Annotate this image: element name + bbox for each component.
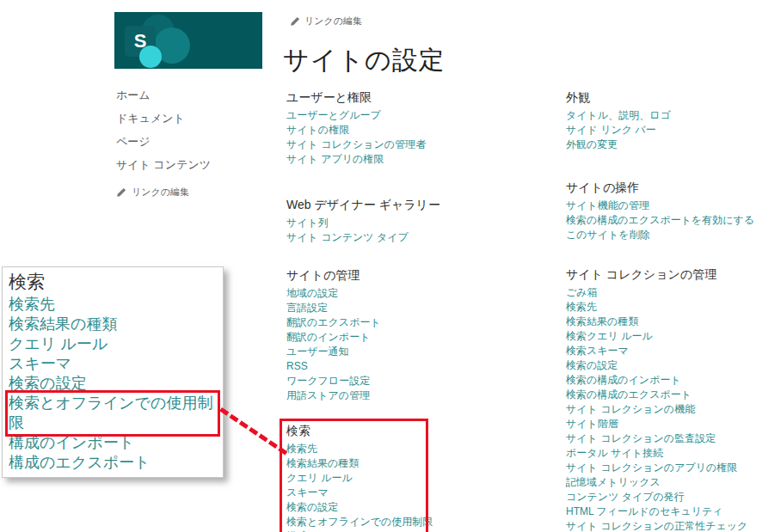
sidebar-item-home[interactable]: ホーム: [116, 89, 262, 101]
edit-links-label: リンクの編集: [304, 15, 362, 28]
settings-link[interactable]: HTML フィールドのセキュリティ: [566, 505, 723, 517]
settings-link[interactable]: 記憶域メトリックス: [566, 476, 661, 488]
callout-link: 検索とオフラインでの使用制限: [9, 394, 212, 431]
callout-link: 検索結果の種類: [9, 315, 117, 333]
section-site-actions: サイトの操作 サイト機能の管理検索の構成のエクスポートを有効にするこのサイトを削…: [566, 180, 762, 242]
callout-link: 検索の設定: [9, 375, 86, 392]
pencil-icon: [116, 187, 126, 198]
callout-link: 構成のインポート: [9, 434, 134, 451]
settings-link[interactable]: 検索結果の種類: [286, 457, 359, 469]
settings-link[interactable]: 用語ストアの管理: [286, 389, 370, 401]
section-link-list: 地域の設定言語設定翻訳のエクスポート翻訳のインポートユーザー通知RSSワークフロ…: [286, 285, 480, 402]
settings-link[interactable]: 検索先: [286, 443, 317, 455]
edit-links-button-top[interactable]: リンクの編集: [290, 15, 362, 28]
settings-link[interactable]: 検索クエリ ルール: [566, 330, 653, 342]
settings-link[interactable]: 検索の構成のエクスポート: [566, 388, 691, 401]
settings-link[interactable]: サイト コンテンツ タイプ: [286, 231, 409, 243]
settings-link[interactable]: ごみ箱: [566, 286, 598, 298]
settings-link[interactable]: サイト機能の管理: [566, 199, 649, 211]
settings-link[interactable]: 検索の設定: [286, 501, 338, 513]
section-title: サイトの操作: [566, 180, 762, 195]
sidebar-item-pages[interactable]: ページ: [116, 136, 262, 148]
settings-link[interactable]: サイト アプリの権限: [286, 153, 384, 165]
callout-title: 検索: [9, 272, 217, 292]
settings-link[interactable]: サイトの権限: [286, 124, 349, 136]
section-title: ユーザーと権限: [286, 89, 480, 105]
settings-link[interactable]: サイト コレクションの監査設定: [566, 432, 716, 444]
callout-link: 構成のエクスポート: [9, 454, 151, 471]
settings-link[interactable]: 外観の変更: [566, 138, 618, 150]
settings-column-left: ユーザーと権限 ユーザーとグループサイトの権限サイト コレクションの管理者サイト…: [286, 89, 480, 532]
settings-link[interactable]: タイトル、説明、ロゴ: [566, 109, 671, 121]
edit-links-button-sidebar[interactable]: リンクの編集: [116, 186, 262, 199]
section-title: 外観: [566, 89, 762, 105]
section-title: サイト コレクションの管理: [566, 266, 762, 282]
section-web-designer-gallery: Web デザイナー ギャラリー サイト列サイト コンテンツ タイプ: [286, 197, 480, 244]
settings-link[interactable]: 検索結果の種類: [566, 315, 638, 327]
section-link-list: サイト列サイト コンテンツ タイプ: [286, 215, 480, 244]
settings-link[interactable]: 検索の構成のエクスポートを有効にする: [566, 214, 754, 226]
settings-column-right: 外観 タイトル、説明、ロゴサイド リンク バー外観の変更 サイトの操作 サイト機…: [566, 89, 762, 532]
edit-links-label: リンクの編集: [132, 186, 189, 199]
settings-link[interactable]: 検索の設定: [566, 359, 618, 371]
callout-link: 検索先: [9, 296, 55, 313]
sidebar-item-documents[interactable]: ドキュメント: [116, 113, 262, 125]
section-title: 検索: [286, 423, 480, 438]
section-search: 検索 検索先検索結果の種類クエリ ルールスキーマ検索の設定検索とオフラインでの使…: [286, 423, 480, 532]
logo-circle-cyan: [139, 46, 162, 68]
section-title: Web デザイナー ギャラリー: [286, 197, 480, 212]
section-look-and-feel: 外観 タイトル、説明、ロゴサイド リンク バー外観の変更: [566, 89, 762, 151]
settings-link[interactable]: ポータル サイト接続: [566, 447, 663, 459]
section-link-list: 検索先検索結果の種類クエリ ルールスキーマ検索の設定検索とオフラインでの使用制限…: [286, 441, 480, 532]
settings-link[interactable]: 翻訳のエクスポート: [286, 316, 381, 328]
section-title: サイトの管理: [286, 267, 480, 283]
settings-link[interactable]: このサイトを削除: [566, 229, 650, 241]
settings-link[interactable]: スキーマ: [286, 486, 329, 498]
callout-link-list: 検索先検索結果の種類クエリ ルールスキーマ検索の設定検索とオフラインでの使用制限…: [9, 295, 217, 473]
settings-link[interactable]: コンテンツ タイプの発行: [566, 491, 685, 503]
pencil-icon: [290, 16, 300, 27]
settings-link[interactable]: 検索スキーマ: [566, 345, 629, 357]
section-link-list: ごみ箱検索先検索結果の種類検索クエリ ルール検索スキーマ検索の設定検索の構成のイ…: [566, 284, 762, 532]
dashed-connector-line: [219, 407, 287, 456]
section-link-list: ユーザーとグループサイトの権限サイト コレクションの管理者サイト アプリの権限: [286, 107, 480, 166]
settings-link[interactable]: 言語設定: [286, 302, 328, 314]
settings-link[interactable]: 翻訳のインポート: [286, 331, 370, 343]
settings-link[interactable]: サイト コレクションのアプリの権限: [566, 462, 737, 474]
settings-link[interactable]: RSS: [286, 360, 308, 372]
site-logo-banner: S: [114, 12, 262, 69]
sharepoint-logo-icon: S: [125, 15, 194, 68]
settings-link[interactable]: 地域の設定: [286, 287, 338, 299]
settings-link[interactable]: 検索の構成のインポート: [566, 374, 681, 386]
section-link-list: タイトル、説明、ロゴサイド リンク バー外観の変更: [566, 107, 762, 151]
settings-link[interactable]: サイト コレクションの管理者: [286, 138, 426, 150]
sidebar-item-site-contents[interactable]: サイト コンテンツ: [116, 159, 262, 171]
page-title: サイトの設定: [283, 43, 446, 78]
settings-link[interactable]: サイト階層: [566, 418, 618, 430]
settings-link[interactable]: 検索先: [566, 301, 597, 313]
quick-launch-sidebar: ホーム ドキュメント ページ サイト コンテンツ リンクの編集: [116, 89, 262, 199]
settings-link[interactable]: ユーザー通知: [286, 345, 349, 358]
settings-link[interactable]: サイト列: [286, 217, 329, 229]
settings-link[interactable]: 検索とオフラインでの使用制限: [286, 516, 433, 528]
settings-link[interactable]: サイト コレクションの正常性チェック: [566, 520, 747, 532]
section-site-administration: サイトの管理 地域の設定言語設定翻訳のエクスポート翻訳のインポートユーザー通知R…: [286, 267, 480, 402]
settings-link[interactable]: サイト コレクションの機能: [566, 403, 695, 415]
search-section-magnifier-callout: 検索 検索先検索結果の種類クエリ ルールスキーマ検索の設定検索とオフラインでの使…: [2, 266, 224, 478]
section-site-collection-administration: サイト コレクションの管理 ごみ箱検索先検索結果の種類検索クエリ ルール検索スキ…: [566, 266, 762, 532]
callout-link: クエリ ルール: [9, 335, 108, 352]
settings-link[interactable]: ユーザーとグループ: [286, 109, 381, 121]
section-users-permissions: ユーザーと権限 ユーザーとグループサイトの権限サイト コレクションの管理者サイト…: [286, 89, 480, 166]
settings-link[interactable]: ワークフロー設定: [286, 375, 370, 387]
callout-link: スキーマ: [9, 355, 71, 372]
section-link-list: サイト機能の管理検索の構成のエクスポートを有効にするこのサイトを削除: [566, 198, 762, 242]
settings-link[interactable]: クエリ ルール: [286, 472, 353, 484]
settings-link[interactable]: サイド リンク バー: [566, 124, 656, 136]
